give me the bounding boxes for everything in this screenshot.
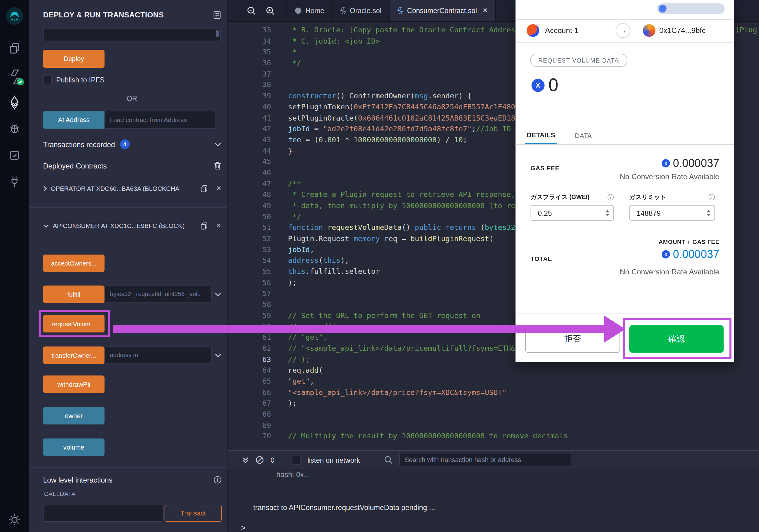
remix-drop-icon: [295, 7, 301, 14]
code-line[interactable]: 68: [227, 409, 759, 420]
info-icon[interactable]: i: [709, 194, 715, 201]
zoom-out-icon[interactable]: [242, 0, 261, 21]
transfer-arrow-icon: →: [616, 23, 630, 38]
gas-fee-label: GAS FEE: [531, 165, 560, 172]
total-value: 0.000037: [673, 248, 719, 261]
deploy-button[interactable]: Deploy: [43, 50, 104, 68]
tab-data[interactable]: DATA: [571, 127, 595, 144]
terminal-hash-line: hash: 0x...: [276, 470, 310, 478]
code-line[interactable]: 65"get",: [227, 376, 759, 387]
remove-contract-icon[interactable]: ×: [217, 222, 221, 230]
plugin-manager-icon[interactable]: [7, 174, 22, 190]
tab-details[interactable]: DETAILS: [525, 127, 557, 144]
code-line[interactable]: 67);: [227, 398, 759, 409]
tab-home[interactable]: Home: [287, 0, 333, 21]
expand-args-icon[interactable]: [215, 353, 221, 358]
fn-owner-button[interactable]: owner: [43, 407, 104, 424]
fn-transferownership-button[interactable]: transferOwner...: [43, 346, 104, 364]
code-line[interactable]: 64req.add(: [227, 365, 759, 376]
chevron-right-icon: [43, 186, 47, 191]
tab-oracle-sol[interactable]: Oracle.sol: [333, 0, 390, 21]
transactions-recorded-label: Transactions recorded: [43, 140, 115, 148]
fn-withdrawpli-button[interactable]: withdrawPli: [43, 375, 104, 393]
transactions-recorded-row[interactable]: Transactions recorded 4: [43, 139, 221, 149]
network-dot: [659, 5, 666, 13]
debugger-icon[interactable]: [7, 121, 22, 136]
select-scrollbar[interactable]: [216, 30, 219, 37]
gas-price-input[interactable]: [537, 209, 603, 218]
remove-contract-icon[interactable]: ×: [217, 184, 221, 193]
xdc-token-icon: X: [661, 159, 670, 168]
docs-icon[interactable]: [213, 11, 221, 19]
code-line[interactable]: 69: [227, 420, 759, 431]
listen-network-checkbox[interactable]: [292, 456, 301, 465]
fulfill-args-input[interactable]: [104, 285, 211, 303]
or-label: OR: [43, 95, 221, 102]
amount-gas-fee-label: AMOUNT + GAS FEE: [659, 239, 719, 246]
stepper-arrows[interactable]: [605, 210, 609, 216]
gas-fee-conversion-note: No Conversion Rate Available: [620, 172, 719, 181]
transact-button[interactable]: Transact: [165, 505, 222, 522]
solidity-file-icon: [340, 7, 346, 14]
settings-gear-icon[interactable]: [7, 512, 22, 527]
transfer-args-input[interactable]: [104, 346, 211, 364]
deployed-contracts-label: Deployed Contracts: [43, 162, 107, 170]
file-explorer-icon[interactable]: [7, 41, 22, 56]
expand-terminal-icon[interactable]: [242, 457, 249, 463]
fn-acceptownership-button[interactable]: acceptOwners...: [43, 254, 104, 272]
contract-item-label: APICONSUMER AT XDC1C...E9BFC (BLOCK(: [53, 222, 184, 230]
terminal-prompt[interactable]: >: [241, 523, 246, 532]
fn-volume-button[interactable]: volume: [43, 438, 104, 456]
terminal-search-input[interactable]: [399, 453, 571, 467]
calldata-input[interactable]: [43, 505, 164, 522]
total-label: TOTAL: [531, 255, 552, 262]
solidity-file-icon: [397, 7, 403, 14]
total-conversion-note: No Conversion Rate Available: [620, 268, 719, 277]
contract-item-label: OPERATOR AT XDC60...BA63A (BLOCKCHA: [51, 185, 179, 192]
listen-network-label: listen on network: [307, 456, 360, 464]
stepper-arrows[interactable]: [707, 210, 711, 216]
code-line[interactable]: 66"<sample_api_link>/data/price?fsym=XDC…: [227, 387, 759, 398]
code-line[interactable]: 70// Multiply the result by 100000000000…: [227, 431, 759, 442]
tab-consumercontract-sol[interactable]: ConsumerContract.sol ×: [389, 0, 496, 21]
publish-ipfs-label: Publish to IPFS: [56, 76, 104, 84]
expand-args-icon[interactable]: [215, 292, 221, 297]
copy-icon[interactable]: [200, 185, 208, 192]
unit-testing-icon[interactable]: [7, 148, 22, 163]
gas-limit-label: ガスリミット: [629, 193, 666, 202]
solidity-compiler-icon[interactable]: [7, 68, 25, 86]
trash-icon[interactable]: [214, 162, 221, 170]
gas-limit-input[interactable]: [636, 209, 704, 218]
at-address-button[interactable]: At Address: [43, 111, 104, 129]
contract-select[interactable]: [43, 28, 221, 41]
calldata-label: CALLDATA: [44, 491, 75, 498]
close-tab-icon[interactable]: ×: [483, 6, 488, 16]
info-icon[interactable]: i: [214, 476, 221, 483]
remix-logo-icon[interactable]: [5, 6, 24, 26]
clear-console-icon[interactable]: [256, 456, 264, 464]
terminal: 0 listen on network hash: 0x... transact…: [227, 450, 759, 532]
method-badge: REQUEST VOLUME DATA: [530, 54, 627, 67]
copy-icon[interactable]: [200, 222, 208, 230]
zoom-in-icon[interactable]: [261, 0, 280, 21]
fn-requestvolumedata-button[interactable]: requestVolum...: [43, 315, 104, 332]
terminal-count: 0: [270, 456, 274, 464]
panel-title: DEPLOY & RUN TRANSACTIONS: [43, 11, 164, 19]
reject-button[interactable]: 拒否: [525, 325, 620, 353]
icon-sidebar: [0, 0, 29, 532]
deploy-run-panel: DEPLOY & RUN TRANSACTIONS Deploy Publish…: [29, 0, 227, 532]
sender-name: Account 1: [545, 26, 578, 35]
tx-amount: 0: [548, 75, 558, 95]
deploy-run-icon[interactable]: [7, 95, 22, 110]
transactions-count-badge: 4: [120, 139, 130, 149]
xdc-token-icon: X: [532, 79, 545, 92]
confirm-button[interactable]: 確認: [629, 325, 724, 353]
deployed-contract-operator[interactable]: OPERATOR AT XDC60...BA63A (BLOCKCHA ×: [43, 184, 221, 193]
at-address-input[interactable]: [104, 111, 215, 129]
terminal-pending-line: transact to APIConsumer.requestVolumeDat…: [253, 503, 435, 512]
fn-fulfill-button[interactable]: fulfill: [43, 285, 104, 303]
recipient-avatar: [643, 24, 655, 37]
publish-ipfs-checkbox[interactable]: [43, 75, 52, 84]
deployed-contract-apiconsumer[interactable]: APICONSUMER AT XDC1C...E9BFC (BLOCK( ×: [43, 222, 221, 230]
info-icon[interactable]: i: [608, 194, 614, 201]
